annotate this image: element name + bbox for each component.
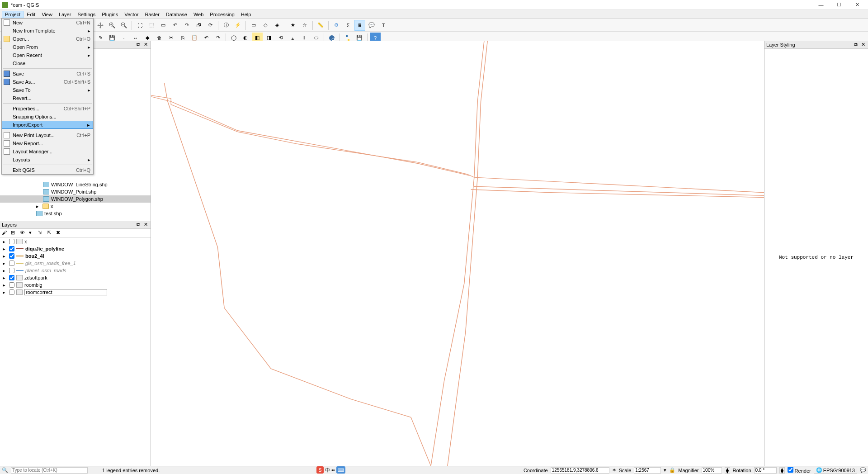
- menu-help[interactable]: Help: [238, 11, 255, 18]
- action-icon[interactable]: ⚡: [232, 20, 243, 31]
- messages-icon[interactable]: 💬: [860, 467, 866, 473]
- zoom-last-icon[interactable]: ↶: [170, 20, 180, 31]
- browser-item[interactable]: test.shp: [0, 210, 151, 217]
- menu-plugins[interactable]: Plugins: [99, 11, 121, 18]
- menu-save-to[interactable]: Save To▸: [2, 86, 93, 94]
- minimize-button[interactable]: —: [812, 0, 830, 9]
- calculator-icon[interactable]: 🖩: [354, 20, 365, 31]
- menu-import-export[interactable]: Import/Export▸: [2, 121, 93, 129]
- menu-close[interactable]: Close: [2, 59, 93, 67]
- menu-layouts[interactable]: Layouts▸: [2, 156, 93, 164]
- layers-panel[interactable]: ▸x▸diquJie_polyline▸bou2_4l▸gis_osm_road…: [0, 238, 151, 466]
- menu-open-from[interactable]: Open From▸: [2, 43, 93, 51]
- panel-undock-button[interactable]: ⧉: [135, 222, 142, 228]
- browser-item[interactable]: WINDOW_LineString.shp: [0, 181, 151, 188]
- menu-project[interactable]: Project: [2, 11, 24, 18]
- scale-dropdown-icon[interactable]: ▾: [664, 467, 666, 473]
- layer-visibility-checkbox[interactable]: [9, 261, 14, 266]
- expander-icon[interactable]: ▸: [3, 268, 7, 274]
- menu-properties[interactable]: Properties...Ctrl+Shift+P: [2, 104, 93, 113]
- layer-row[interactable]: ▸planet_osm_roads: [0, 267, 151, 274]
- expander-icon[interactable]: ▸: [3, 246, 7, 252]
- menu-vector[interactable]: Vector: [121, 11, 142, 18]
- expander-icon[interactable]: ▸: [3, 289, 7, 295]
- expander-icon[interactable]: ▸: [3, 239, 7, 245]
- expander-icon[interactable]: ▸: [36, 204, 41, 209]
- text-annotation-icon[interactable]: T: [378, 20, 389, 31]
- zoom-selection-icon[interactable]: ⬚: [146, 20, 157, 31]
- layer-visibility-checkbox[interactable]: [9, 253, 14, 259]
- maximize-button[interactable]: ☐: [830, 0, 848, 9]
- identify-icon[interactable]: ⓘ: [221, 20, 231, 31]
- layer-visibility-checkbox[interactable]: [9, 275, 14, 280]
- select-icon[interactable]: ▭: [248, 20, 259, 31]
- menu-new-from-template[interactable]: New from Template▸: [2, 27, 93, 35]
- menu-save-as[interactable]: Save As...Ctrl+Shift+S: [2, 78, 93, 86]
- panel-undock-button[interactable]: ⧉: [135, 42, 142, 48]
- menu-new-report[interactable]: New Report...: [2, 139, 93, 147]
- menu-snapping-options[interactable]: Snapping Options...: [2, 113, 93, 121]
- layer-visibility-checkbox[interactable]: [9, 239, 14, 244]
- menu-open-recent[interactable]: Open Recent▸: [2, 51, 93, 59]
- zoom-layer-icon[interactable]: ▭: [158, 20, 169, 31]
- layer-row[interactable]: ▸diquJie_polyline: [0, 245, 151, 252]
- panel-close-button[interactable]: ✕: [860, 42, 866, 48]
- layer-row[interactable]: ▸bou2_4l: [0, 252, 151, 260]
- deselect-icon[interactable]: ◈: [272, 20, 283, 31]
- menu-raster[interactable]: Raster: [142, 11, 162, 18]
- menu-new-print-layout[interactable]: New Print Layout...Ctrl+P: [2, 131, 93, 139]
- menu-revert[interactable]: Revert...: [2, 94, 93, 102]
- locator-input[interactable]: [11, 467, 88, 474]
- menu-view[interactable]: View: [38, 11, 56, 18]
- zoom-full-icon[interactable]: ⛶: [134, 20, 145, 31]
- scale-input[interactable]: [634, 467, 661, 474]
- panel-close-button[interactable]: ✕: [142, 42, 149, 48]
- menu-exit[interactable]: Exit QGISCtrl+Q: [2, 166, 93, 174]
- layer-visibility-checkbox[interactable]: [9, 289, 14, 295]
- layer-row[interactable]: ▸roomcorrect: [0, 289, 151, 296]
- zoom-next-icon[interactable]: ↷: [181, 20, 192, 31]
- layer-visibility-checkbox[interactable]: [9, 246, 14, 251]
- browser-item[interactable]: WINDOW_Polygon.shp: [0, 195, 151, 203]
- new-map-view-icon[interactable]: 🗗: [193, 20, 204, 31]
- show-bookmarks-icon[interactable]: ☆: [299, 20, 310, 31]
- expander-icon[interactable]: ▸: [3, 253, 7, 259]
- layer-visibility-checkbox[interactable]: [9, 268, 14, 273]
- panel-undock-button[interactable]: ⧉: [853, 42, 859, 48]
- locator-bar[interactable]: [11, 467, 97, 474]
- manage-visibility-icon[interactable]: 👁: [20, 230, 27, 237]
- select-all-icon[interactable]: ◇: [260, 20, 271, 31]
- lock-icon[interactable]: 🔒: [669, 467, 675, 473]
- browser-item[interactable]: ▸x: [0, 203, 151, 210]
- rotation-spinner[interactable]: ▲▼: [779, 467, 785, 474]
- menu-layer[interactable]: Layer: [56, 11, 75, 18]
- measure-icon[interactable]: 📏: [315, 20, 326, 31]
- layer-visibility-checkbox[interactable]: [9, 282, 14, 288]
- zoom-in-icon[interactable]: [107, 20, 118, 31]
- menu-save[interactable]: SaveCtrl+S: [2, 70, 93, 78]
- expander-icon[interactable]: ▸: [3, 261, 7, 266]
- collapse-all-icon[interactable]: ⇱: [47, 230, 54, 237]
- menu-processing[interactable]: Processing: [207, 11, 237, 18]
- panel-close-button[interactable]: ✕: [142, 222, 149, 228]
- menu-web[interactable]: Web: [190, 11, 207, 18]
- rotation-input[interactable]: [754, 467, 777, 474]
- magnifier-spinner[interactable]: ▲▼: [725, 467, 730, 474]
- statistics-icon[interactable]: Σ: [343, 20, 354, 31]
- coordinate-input[interactable]: [551, 467, 609, 474]
- toolbox-icon[interactable]: ⚙: [331, 20, 342, 31]
- extents-toggle-icon[interactable]: ✶: [612, 467, 616, 473]
- refresh-icon[interactable]: ⟳: [205, 20, 216, 31]
- menu-open[interactable]: Open...Ctrl+O: [2, 35, 93, 43]
- layer-row[interactable]: ▸gis_osm_roads_free_1: [0, 260, 151, 267]
- expander-icon[interactable]: ▸: [3, 282, 7, 288]
- pan-icon[interactable]: [95, 20, 106, 31]
- maptips-icon[interactable]: 💬: [366, 20, 377, 31]
- layer-row[interactable]: ▸zdsoftpark: [0, 274, 151, 281]
- close-button[interactable]: ✕: [848, 0, 866, 9]
- layer-row[interactable]: ▸x: [0, 238, 151, 245]
- filter-legend-icon[interactable]: ▾: [29, 230, 36, 237]
- add-group-icon[interactable]: ⊞: [11, 230, 18, 237]
- zoom-out-icon[interactable]: [118, 20, 129, 31]
- style-icon[interactable]: 🖌: [2, 230, 9, 237]
